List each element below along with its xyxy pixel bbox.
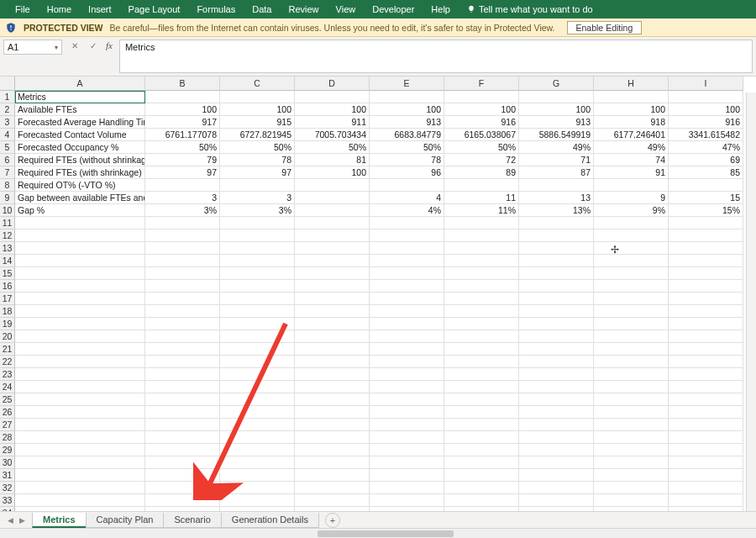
cell-H6[interactable]: 74 [594, 154, 669, 166]
cell-D1[interactable] [295, 91, 370, 103]
cell-C14[interactable] [220, 255, 295, 267]
ribbon-tab-insert[interactable]: Insert [80, 2, 120, 17]
cell-D12[interactable] [295, 229, 370, 242]
cell-F26[interactable] [444, 406, 519, 419]
cell-C24[interactable] [220, 381, 295, 393]
cell-D21[interactable] [295, 343, 370, 356]
cell-D18[interactable] [295, 305, 370, 318]
cell-C26[interactable] [220, 406, 295, 419]
cell-I3[interactable]: 916 [669, 116, 743, 129]
cell-H20[interactable] [594, 330, 669, 343]
cell-H4[interactable]: 6177.246401 [594, 129, 669, 141]
cell-G3[interactable]: 913 [519, 116, 594, 129]
cell-G32[interactable] [519, 482, 594, 494]
row-header-9[interactable]: 9 [0, 192, 15, 204]
tell-me-search[interactable]: Tell me what you want to do [459, 2, 601, 17]
row-header-15[interactable]: 15 [0, 267, 15, 280]
cell-D5[interactable]: 50% [295, 141, 370, 154]
cell-F17[interactable] [444, 293, 519, 305]
cell-E14[interactable] [370, 255, 444, 267]
cell-A29[interactable] [15, 444, 145, 456]
fx-icon[interactable]: fx [106, 40, 113, 50]
column-header-B[interactable]: B [145, 76, 220, 91]
cell-F11[interactable] [444, 217, 519, 229]
cell-D14[interactable] [295, 255, 370, 267]
row-header-29[interactable]: 29 [0, 444, 15, 456]
cell-B16[interactable] [145, 280, 220, 293]
cell-E19[interactable] [370, 318, 444, 330]
cell-H16[interactable] [594, 280, 669, 293]
vertical-scrollbar[interactable] [746, 92, 756, 511]
cell-I2[interactable]: 100 [669, 103, 743, 116]
sheet-tab-scenario[interactable]: Scenario [163, 513, 221, 528]
cell-B5[interactable]: 50% [145, 141, 220, 154]
cell-B30[interactable] [145, 456, 220, 469]
cell-E31[interactable] [370, 469, 444, 482]
row-header-24[interactable]: 24 [0, 381, 15, 393]
cell-H30[interactable] [594, 456, 669, 469]
cell-C25[interactable] [220, 393, 295, 406]
cell-E25[interactable] [370, 393, 444, 406]
cell-F18[interactable] [444, 305, 519, 318]
cell-C22[interactable] [220, 356, 295, 368]
cell-D30[interactable] [295, 456, 370, 469]
cell-B26[interactable] [145, 406, 220, 419]
cell-F30[interactable] [444, 456, 519, 469]
cell-D9[interactable] [295, 192, 370, 204]
cell-C21[interactable] [220, 343, 295, 356]
cell-G24[interactable] [519, 381, 594, 393]
cell-C1[interactable] [220, 91, 295, 103]
cell-I24[interactable] [669, 381, 743, 393]
cell-D6[interactable]: 81 [295, 154, 370, 166]
row-header-12[interactable]: 12 [0, 229, 15, 242]
cell-G4[interactable]: 5886.549919 [519, 129, 594, 141]
cell-F14[interactable] [444, 255, 519, 267]
cell-F3[interactable]: 916 [444, 116, 519, 129]
cell-E3[interactable]: 913 [370, 116, 444, 129]
cell-G23[interactable] [519, 368, 594, 381]
cell-B20[interactable] [145, 330, 220, 343]
cell-H31[interactable] [594, 469, 669, 482]
scrollbar-thumb[interactable] [318, 530, 454, 537]
ribbon-tab-page-layout[interactable]: Page Layout [120, 2, 189, 17]
cell-E22[interactable] [370, 356, 444, 368]
cell-D31[interactable] [295, 469, 370, 482]
cell-D8[interactable] [295, 179, 370, 192]
cell-H8[interactable] [594, 179, 669, 192]
cell-E24[interactable] [370, 381, 444, 393]
cell-H21[interactable] [594, 343, 669, 356]
cancel-icon[interactable]: ✕ [69, 40, 81, 51]
cell-H23[interactable] [594, 368, 669, 381]
cell-A12[interactable] [15, 229, 145, 242]
cell-C28[interactable] [220, 431, 295, 444]
cell-B29[interactable] [145, 444, 220, 456]
cell-I23[interactable] [669, 368, 743, 381]
column-header-G[interactable]: G [519, 76, 594, 91]
cell-A26[interactable] [15, 406, 145, 419]
cell-E9[interactable]: 4 [370, 192, 444, 204]
cell-D15[interactable] [295, 267, 370, 280]
column-header-D[interactable]: D [295, 76, 370, 91]
cell-B31[interactable] [145, 469, 220, 482]
cell-I22[interactable] [669, 356, 743, 368]
dropdown-icon[interactable]: ▾ [55, 44, 58, 51]
spreadsheet-grid[interactable]: ABCDEFGHI1Metrics2Available FTEs10010010… [0, 76, 756, 538]
cell-D13[interactable] [295, 242, 370, 255]
cell-I1[interactable] [669, 91, 743, 103]
cell-E21[interactable] [370, 343, 444, 356]
cell-G18[interactable] [519, 305, 594, 318]
cell-A33[interactable] [15, 494, 145, 507]
cell-B15[interactable] [145, 267, 220, 280]
cell-I29[interactable] [669, 444, 743, 456]
cell-A23[interactable] [15, 368, 145, 381]
cell-B9[interactable]: 3 [145, 192, 220, 204]
cell-H32[interactable] [594, 482, 669, 494]
cell-G6[interactable]: 71 [519, 154, 594, 166]
cell-B10[interactable]: 3% [145, 204, 220, 217]
add-sheet-button[interactable]: + [325, 513, 340, 528]
row-header-4[interactable]: 4 [0, 129, 15, 141]
cell-C10[interactable]: 3% [220, 204, 295, 217]
cell-D4[interactable]: 7005.703434 [295, 129, 370, 141]
column-header-A[interactable]: A [15, 76, 145, 91]
cell-I32[interactable] [669, 482, 743, 494]
